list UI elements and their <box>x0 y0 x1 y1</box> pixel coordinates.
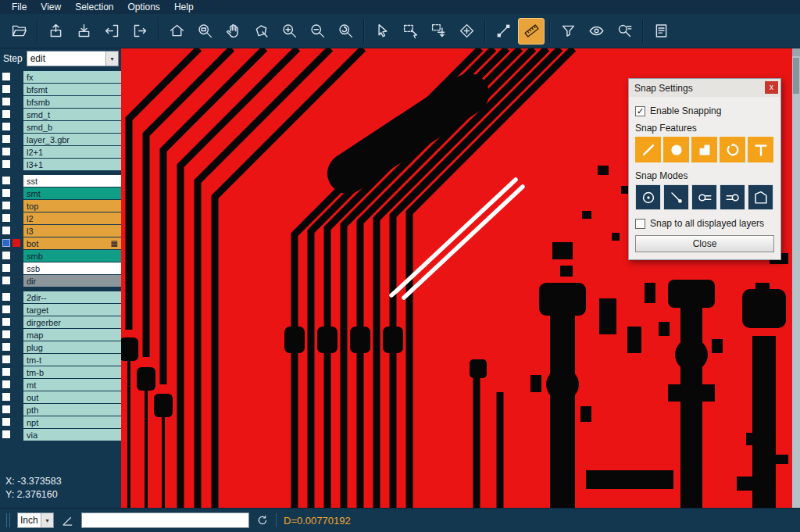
layer-row-smb[interactable]: smb <box>0 250 121 262</box>
net-search-button[interactable] <box>611 18 638 45</box>
snap-outline-button[interactable] <box>748 184 773 210</box>
eye-button[interactable] <box>583 18 609 45</box>
layer-visibility-checkbox[interactable] <box>2 73 10 80</box>
snap-arc-button[interactable] <box>720 137 745 162</box>
layer-color-bar[interactable]: dirgerber <box>23 316 121 328</box>
layer-color-bar[interactable]: layer_3.gbr <box>23 134 121 145</box>
layer-visibility-checkbox[interactable] <box>2 343 10 351</box>
enable-snapping-checkbox[interactable]: ✓ Enable Snapping <box>635 105 774 116</box>
layer-color-bar[interactable]: bfsmb <box>23 96 121 108</box>
layer-visibility-checkbox[interactable] <box>2 277 10 284</box>
layer-row-bfsmt[interactable]: bfsmt <box>0 84 121 95</box>
layer-color-bar[interactable]: 2dir-- <box>23 291 121 303</box>
layer-row-dirgerber[interactable]: dirgerber <box>0 316 121 328</box>
snap-pad-button[interactable] <box>663 137 689 162</box>
snap-corner-button[interactable] <box>691 137 717 162</box>
layer-visibility-checkbox[interactable] <box>2 98 10 105</box>
polygon-select-button[interactable] <box>248 18 274 45</box>
layer-color-bar[interactable]: tm-b <box>23 366 121 378</box>
layer-color-bar[interactable]: out <box>23 391 121 403</box>
snap-slot-end-button[interactable] <box>720 184 745 210</box>
layer-color-bar[interactable]: via <box>23 429 121 441</box>
menu-selection[interactable]: Selection <box>68 0 120 14</box>
layer-color-bar[interactable]: map <box>23 329 121 341</box>
layer-visibility-checkbox[interactable] <box>2 318 10 326</box>
layer-color-bar[interactable]: ssb <box>23 262 121 274</box>
export-right-button[interactable] <box>127 18 153 45</box>
layer-row-mt[interactable]: mt <box>0 379 121 391</box>
layer-row-plug[interactable]: plug <box>0 341 121 353</box>
rect-select-button[interactable] <box>397 18 423 45</box>
layer-visibility-checkbox[interactable] <box>2 305 10 313</box>
layer-row-map[interactable]: map <box>0 329 121 341</box>
layer-row-layer_3.gbr[interactable]: layer_3.gbr <box>0 134 121 145</box>
layer-color-bar[interactable]: tm-t <box>23 354 121 366</box>
layer-visibility-checkbox[interactable] <box>2 160 10 168</box>
pcb-canvas[interactable]: Snap Settings x ✓ Enable Snapping Snap F… <box>121 48 792 508</box>
import-left-button[interactable] <box>98 18 125 45</box>
layer-color-bar[interactable]: target <box>23 304 121 316</box>
snap-slot-start-button[interactable] <box>691 184 717 210</box>
layer-visibility-checkbox[interactable] <box>2 110 10 118</box>
layer-row-l2+1[interactable]: l2+1 <box>0 146 121 158</box>
menu-help[interactable]: Help <box>167 0 201 14</box>
zoom-in-button[interactable] <box>276 18 302 45</box>
layer-visibility-checkbox[interactable] <box>2 405 10 413</box>
layer-row-sst[interactable]: sst <box>0 175 121 187</box>
layer-row-bot[interactable]: bot▦ <box>0 237 121 249</box>
layer-visibility-checkbox[interactable] <box>2 330 10 338</box>
layer-row-smd_t[interactable]: smd_t <box>0 109 121 120</box>
layer-visibility-checkbox[interactable] <box>2 214 10 222</box>
layer-color-bar[interactable]: smb <box>23 250 121 262</box>
snap-all-layers-checkbox[interactable]: Snap to all displayed layers <box>635 218 774 229</box>
layer-visibility-checkbox[interactable] <box>2 227 10 234</box>
chevron-down-icon[interactable]: ▾ <box>105 52 118 66</box>
layer-color-bar[interactable]: l3+1 <box>23 159 121 170</box>
layer-color-bar[interactable]: sst <box>23 175 121 187</box>
layer-row-l3+1[interactable]: l3+1 <box>0 159 121 170</box>
layer-row-fx[interactable]: fx <box>0 71 121 83</box>
layer-color-bar[interactable]: smd_b <box>23 121 121 133</box>
layer-row-pth[interactable]: pth <box>0 404 121 416</box>
layer-color-bar[interactable]: smd_t <box>23 109 121 120</box>
layer-row-l2[interactable]: l2 <box>0 212 121 224</box>
layer-color-bar[interactable]: bot▦ <box>23 237 121 249</box>
scrollbar-thumb[interactable] <box>793 58 799 94</box>
layer-visibility-checkbox[interactable] <box>2 293 10 301</box>
snap-center-button[interactable] <box>635 184 661 210</box>
menu-options[interactable]: Options <box>121 0 167 14</box>
layer-visibility-checkbox[interactable] <box>2 189 10 197</box>
layer-visibility-checkbox[interactable] <box>2 177 10 184</box>
layer-visibility-checkbox[interactable] <box>2 393 10 401</box>
open-folder-button[interactable] <box>5 18 32 45</box>
layer-row-top[interactable]: top <box>0 200 121 212</box>
angle-measure-icon[interactable] <box>61 514 74 527</box>
grid-icon[interactable]: ▦ <box>111 240 118 248</box>
layer-visibility-checkbox[interactable] <box>2 355 10 363</box>
snap-text-button[interactable] <box>748 137 773 162</box>
snap-line-button[interactable] <box>635 137 661 162</box>
layer-visibility-checkbox[interactable] <box>2 430 10 438</box>
layer-visibility-checkbox[interactable] <box>2 252 10 259</box>
layer-visibility-checkbox[interactable] <box>2 85 10 93</box>
close-button[interactable]: Close <box>635 235 774 252</box>
layer-row-bfsmb[interactable]: bfsmb <box>0 96 121 108</box>
layer-row-dir[interactable]: dir <box>0 275 121 287</box>
line-tool-button[interactable] <box>490 18 516 45</box>
layer-color-bar[interactable]: l3 <box>23 225 121 237</box>
layer-row-smt[interactable]: smt <box>0 187 121 199</box>
zoom-out-button[interactable] <box>304 18 330 45</box>
layer-row-out[interactable]: out <box>0 391 121 403</box>
layer-color-bar[interactable]: top <box>23 200 121 212</box>
report-button[interactable] <box>648 18 674 45</box>
layer-color-bar[interactable]: bfsmt <box>23 84 121 95</box>
layer-row-2dir--[interactable]: 2dir-- <box>0 291 121 303</box>
export-up-button[interactable] <box>42 18 69 45</box>
layer-row-via[interactable]: via <box>0 429 121 441</box>
layer-visibility-checkbox[interactable] <box>2 202 10 209</box>
layer-row-npt[interactable]: npt <box>0 416 121 428</box>
layer-color-bar[interactable]: l2 <box>23 212 121 224</box>
dialog-title-bar[interactable]: Snap Settings x <box>629 79 780 97</box>
layer-row-ssb[interactable]: ssb <box>0 262 121 274</box>
filter-button[interactable] <box>555 18 581 45</box>
